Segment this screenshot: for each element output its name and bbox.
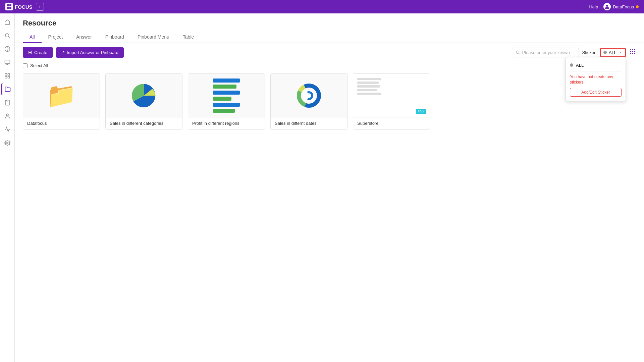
svg-rect-9: [5, 60, 10, 64]
svg-rect-12: [5, 73, 7, 75]
svg-rect-1: [9, 4, 11, 6]
sticker-option-all-label: ALL: [576, 63, 584, 68]
sidebar-item-search[interactable]: [1, 30, 13, 42]
tabs-bar: All Project Answer Pinboard Pinboard Men…: [23, 32, 636, 43]
card-superstore-thumbnail: CSV: [353, 74, 430, 117]
card-sales-categories[interactable]: Sales in different categories: [105, 73, 182, 130]
search-box[interactable]: Please enter your keywo: [512, 48, 579, 57]
logo-icon: [5, 3, 13, 10]
create-icon: ⊞: [28, 50, 32, 55]
card-superstore[interactable]: CSV Superstore: [353, 73, 430, 130]
svg-rect-28: [632, 53, 633, 54]
create-button[interactable]: ⊞ Create: [23, 47, 53, 58]
sidebar-item-help[interactable]: [1, 43, 13, 55]
sidebar-item-home[interactable]: [1, 16, 13, 28]
create-label: Create: [34, 50, 47, 55]
tab-pinboard-menu[interactable]: Pinboard Menu: [131, 32, 176, 43]
tab-all[interactable]: All: [23, 32, 42, 43]
card-profit-regions[interactable]: Profit in different regions: [188, 73, 265, 130]
toolbar-right: Please enter your keywo Sticker: ALL ALL: [512, 48, 636, 57]
main-content: Resource All Project Answer Pinboard Pin…: [15, 13, 644, 362]
svg-rect-14: [5, 76, 7, 78]
folder-icon: 📁: [46, 81, 76, 110]
sticker-option-all[interactable]: ALL: [570, 61, 622, 69]
app-logo: FOCUS: [5, 3, 33, 10]
cards-grid: 📁 Datafocus Sales in different categorie…: [15, 71, 644, 132]
svg-rect-25: [632, 51, 633, 52]
import-label: Import Answer or Pinboard: [67, 50, 118, 55]
csv-lines: [357, 78, 384, 95]
sticker-popup: ALL You have not create any stickers Add…: [566, 57, 626, 101]
sidebar-item-grid[interactable]: [1, 70, 13, 82]
topbar-add-button[interactable]: +: [36, 3, 44, 11]
topbar-right: Help DataFocus: [589, 3, 639, 10]
svg-rect-29: [634, 53, 635, 54]
tab-table[interactable]: Table: [176, 32, 201, 43]
svg-rect-27: [630, 53, 631, 54]
content-header: Resource All Project Answer Pinboard Pin…: [15, 13, 644, 43]
sticker-selected-value: ALL: [609, 50, 616, 55]
svg-point-18: [6, 142, 8, 144]
toolbar-left: ⊞ Create ↗ Import Answer or Pinboard: [23, 47, 124, 58]
sticker-select-button[interactable]: ALL: [600, 48, 626, 57]
user-name: DataFocus: [613, 4, 634, 9]
sidebar-item-analytics[interactable]: [1, 123, 13, 136]
card-datafocus-label: Datafocus: [23, 117, 100, 129]
select-all-label: Select All: [30, 63, 48, 68]
svg-point-19: [516, 51, 519, 53]
svg-rect-2: [7, 7, 9, 9]
sidebar-item-clipboard[interactable]: [1, 97, 13, 109]
bar-chart-icon: [210, 75, 243, 116]
card-sales-dates[interactable]: Sales in differnt dates: [270, 73, 347, 130]
sidebar: [0, 13, 15, 362]
no-stickers-text: You have not create any stickers: [570, 74, 622, 86]
sidebar-item-folder[interactable]: [1, 83, 13, 95]
import-button[interactable]: ↗ Import Answer or Pinboard: [56, 47, 124, 58]
import-icon: ↗: [61, 50, 65, 55]
tab-answer[interactable]: Answer: [69, 32, 99, 43]
card-datafocus-thumbnail: 📁: [23, 74, 100, 117]
card-datafocus[interactable]: 📁 Datafocus: [23, 73, 100, 130]
card-sales-dates-thumbnail: [271, 74, 347, 117]
svg-point-4: [606, 5, 608, 7]
sidebar-item-settings[interactable]: [1, 137, 13, 149]
sidebar-item-monitor[interactable]: [1, 56, 13, 68]
search-placeholder: Please enter your keywo: [522, 50, 570, 55]
svg-point-8: [7, 50, 7, 50]
view-grid-button[interactable]: [629, 48, 636, 57]
svg-line-6: [8, 37, 10, 38]
add-edit-sticker-button[interactable]: Add/Edit Sticker: [570, 88, 622, 97]
circular-chart-icon: [296, 82, 322, 109]
help-link[interactable]: Help: [589, 4, 598, 9]
sticker-option-radio: [570, 63, 573, 67]
svg-point-5: [5, 34, 9, 37]
svg-rect-23: [634, 49, 635, 50]
sticker-dropdown-wrapper: ALL ALL You have not create any stickers…: [600, 48, 626, 57]
sticker-divider: [570, 71, 622, 71]
tab-pinboard[interactable]: Pinboard: [99, 32, 131, 43]
svg-rect-21: [630, 49, 631, 50]
toolbar: ⊞ Create ↗ Import Answer or Pinboard Ple…: [15, 43, 644, 62]
user-avatar-icon: [603, 3, 611, 10]
tab-project[interactable]: Project: [42, 32, 70, 43]
card-sales-categories-thumbnail: [106, 74, 182, 117]
csv-badge: CSV: [416, 109, 426, 114]
user-menu[interactable]: DataFocus: [603, 3, 639, 10]
svg-point-17: [6, 114, 8, 116]
chevron-down-icon: [619, 50, 623, 54]
topbar-left: FOCUS +: [5, 3, 44, 11]
svg-rect-24: [630, 51, 631, 52]
svg-rect-13: [8, 73, 9, 75]
page-title: Resource: [23, 19, 636, 28]
card-profit-regions-label: Profit in different regions: [188, 117, 265, 129]
pie-chart-icon: [130, 82, 157, 109]
search-icon: [516, 50, 520, 55]
notification-dot: [636, 5, 639, 8]
svg-line-20: [519, 53, 520, 54]
sidebar-item-user[interactable]: [1, 110, 13, 122]
svg-rect-22: [632, 49, 633, 50]
card-sales-dates-label: Sales in differnt dates: [271, 117, 347, 129]
select-all-checkbox[interactable]: [23, 63, 28, 68]
card-superstore-label: Superstore: [353, 117, 430, 129]
card-sales-categories-label: Sales in different categories: [106, 117, 182, 129]
